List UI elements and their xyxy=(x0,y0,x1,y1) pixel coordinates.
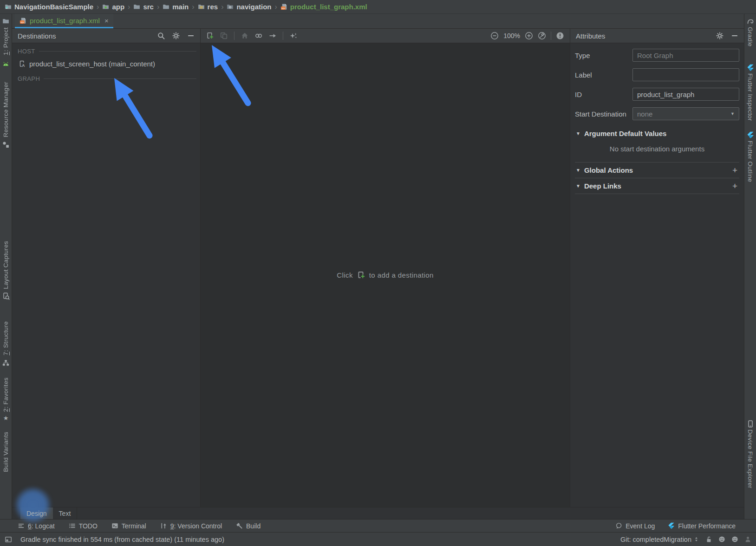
add-deep-link-button[interactable]: + xyxy=(732,182,738,190)
sad-face-icon[interactable] xyxy=(731,536,738,543)
breadcrumb-project-label: NavigationBasicSample xyxy=(14,3,93,11)
right-tool-strip: Gradle Flutter Inspector Flutter Outline… xyxy=(744,14,756,519)
sidebar-item-flutter-outline[interactable]: Flutter Outline xyxy=(747,141,754,182)
flutter-icon[interactable] xyxy=(747,64,754,72)
sidebar-item-build-variants[interactable]: Build Variants xyxy=(2,432,9,472)
argument-defaults-section[interactable]: ▼ Argument Default Values xyxy=(575,127,739,140)
editor-tabstrip: product_list_graph.xml × xyxy=(12,14,744,29)
chevron-down-icon: ▼ xyxy=(730,111,735,116)
unlock-icon[interactable] xyxy=(705,536,712,543)
issues-icon[interactable] xyxy=(556,32,564,40)
zoom-controls: 100% xyxy=(490,32,564,40)
start-destination-dropdown[interactable]: none ▼ xyxy=(632,107,739,120)
toolwindow-terminal[interactable]: Terminal xyxy=(111,522,146,530)
editor-mode-tabs: Design Text xyxy=(12,507,744,519)
argument-defaults-empty: No start destination arguments xyxy=(575,145,739,153)
breadcrumb-navigation[interactable]: navigation xyxy=(227,3,271,11)
breadcrumb-app[interactable]: app xyxy=(102,3,124,11)
sidebar-item-device-file-explorer[interactable]: Device File Explorer xyxy=(747,429,754,488)
host-item[interactable]: product_list_screen_host (main_content) xyxy=(19,60,196,68)
sidebar-item-gradle[interactable]: Gradle xyxy=(747,27,754,46)
star-icon[interactable]: ★ xyxy=(3,415,9,422)
flutter-icon[interactable] xyxy=(747,131,754,139)
breadcrumb-separator: › xyxy=(274,3,277,11)
layout-captures-icon[interactable] xyxy=(2,292,10,300)
tab-product-list-graph[interactable]: product_list_graph.xml × xyxy=(15,14,113,28)
add-destination-icon xyxy=(357,271,365,279)
sidebar-item-layout-captures[interactable]: Layout Captures xyxy=(2,241,9,289)
sidebar-item-structure[interactable]: 7: Structure xyxy=(2,321,9,355)
id-row: ID product_list_graph xyxy=(575,88,739,101)
toolwindow-todo[interactable]: TODO xyxy=(69,522,98,530)
id-field[interactable]: product_list_graph xyxy=(632,88,739,101)
zoom-out-icon[interactable] xyxy=(490,32,499,40)
search-icon[interactable] xyxy=(157,32,165,39)
tool-window-toggle-icon[interactable] xyxy=(5,536,12,543)
app-folder-icon xyxy=(102,3,109,10)
structure-icon[interactable] xyxy=(2,359,9,366)
id-label: ID xyxy=(575,91,632,98)
device-icon[interactable] xyxy=(747,420,754,428)
resource-manager-icon[interactable] xyxy=(2,141,9,148)
destinations-header: Destinations xyxy=(12,29,200,43)
hint-prefix: Click xyxy=(337,271,353,279)
host-label-text: HOST xyxy=(18,48,35,55)
android-icon[interactable] xyxy=(2,61,10,69)
gear-icon[interactable] xyxy=(716,32,723,39)
breadcrumb-separator: › xyxy=(221,3,223,11)
tab-text[interactable]: Text xyxy=(53,507,78,519)
destinations-panel: Destinations HOST product_lis xyxy=(12,29,201,507)
gear-icon[interactable] xyxy=(172,32,180,39)
attributes-title: Attributes xyxy=(576,32,605,40)
action-arrow-icon[interactable] xyxy=(269,32,276,39)
breadcrumb-project[interactable]: NavigationBasicSample xyxy=(5,3,93,11)
event-log-label: Event Log xyxy=(626,522,655,530)
zoom-in-icon[interactable] xyxy=(525,32,533,40)
toolwindow-build[interactable]: Build xyxy=(236,522,261,530)
navigation-canvas[interactable]: Click to add a destination xyxy=(201,43,570,507)
breadcrumb-main-label: main xyxy=(172,3,189,11)
tab-design[interactable]: Design xyxy=(20,507,53,519)
sidebar-item-flutter-inspector[interactable]: Flutter Inspector xyxy=(747,73,754,121)
breadcrumb-res[interactable]: res xyxy=(198,3,218,11)
status-message: Gradle sync finished in 554 ms (from cac… xyxy=(20,536,224,543)
toolwindow-event-log[interactable]: Event Log xyxy=(615,522,655,530)
toolwindow-logcat[interactable]: 6: Logcat xyxy=(18,522,55,530)
hint-suffix: to add a destination xyxy=(369,271,434,279)
breadcrumb-main[interactable]: main xyxy=(163,3,189,11)
toolwindow-flutter-performance[interactable]: Flutter Performance xyxy=(668,522,736,530)
toolwindow-version-control[interactable]: 9: Version Control xyxy=(160,522,222,530)
nested-graph-icon[interactable] xyxy=(220,32,228,39)
deep-links-section[interactable]: ▼ Deep Links + xyxy=(575,178,739,194)
host-item-label: product_list_screen_host (main_content) xyxy=(29,60,155,68)
start-destination-row: Start Destination none ▼ xyxy=(575,107,739,120)
version-control-label: 9: Version Control xyxy=(170,522,222,530)
sidebar-item-project[interactable]: 1: Project xyxy=(2,27,9,55)
close-icon[interactable]: × xyxy=(104,17,109,25)
empty-canvas-hint: Click to add a destination xyxy=(337,271,433,279)
breadcrumb-file[interactable]: product_list_graph.xml xyxy=(280,3,367,11)
global-actions-section[interactable]: ▼ Global Actions + xyxy=(575,162,739,178)
label-field[interactable] xyxy=(632,68,739,81)
add-global-action-button[interactable]: + xyxy=(732,166,738,175)
id-value: product_list_graph xyxy=(637,91,694,98)
breadcrumb-src[interactable]: src xyxy=(133,3,154,11)
gradle-icon[interactable] xyxy=(747,18,754,25)
project-tool-icon[interactable] xyxy=(2,18,9,25)
add-destination-icon[interactable] xyxy=(206,32,214,39)
argument-defaults-title: Argument Default Values xyxy=(584,130,667,137)
sidebar-item-favorites[interactable]: 2: Favorites xyxy=(2,377,9,412)
git-branch-widget[interactable]: Git: completedMigration xyxy=(620,536,699,543)
home-icon[interactable] xyxy=(241,32,248,39)
sidebar-item-resource-manager[interactable]: Resource Manager xyxy=(2,82,9,137)
breadcrumb-file-label: product_list_graph.xml xyxy=(290,3,367,11)
zoom-to-fit-icon[interactable] xyxy=(538,32,546,40)
minimize-icon[interactable] xyxy=(187,32,195,39)
minimize-icon[interactable] xyxy=(731,32,738,39)
user-profile-icon[interactable] xyxy=(744,536,751,543)
auto-arrange-icon[interactable] xyxy=(290,32,297,39)
git-branch-label: Git: completedMigration xyxy=(620,536,691,543)
deep-link-icon[interactable] xyxy=(255,32,262,39)
tool-window-bar-right: Event Log Flutter Performance xyxy=(602,522,736,530)
happy-face-icon[interactable] xyxy=(718,536,725,543)
